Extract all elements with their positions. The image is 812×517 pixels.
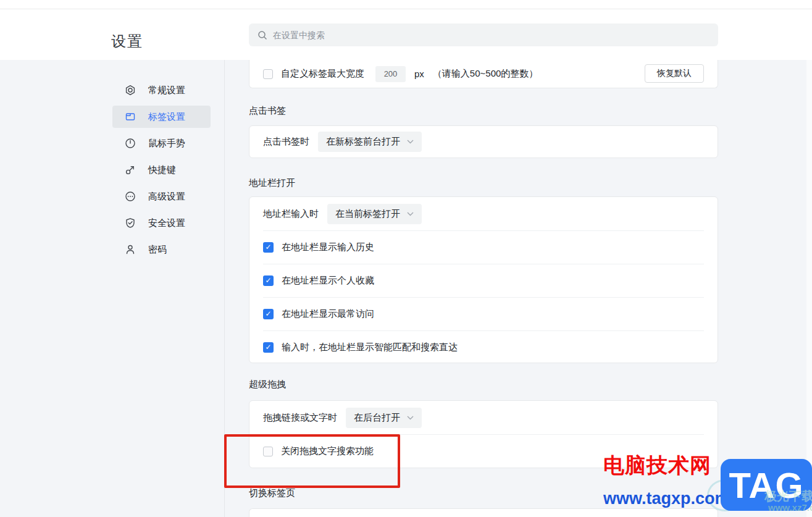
tab-width-label: 自定义标签最大宽度 [281,68,364,80]
sidebar-item-label: 快捷键 [148,164,176,176]
drag-link-label: 拖拽链接或文字时 [263,412,337,424]
dropdown-value: 在当前标签打开 [335,208,400,220]
sidebar-item-label: 密码 [148,244,167,256]
checkbox-label: 在地址栏显示个人收藏 [282,275,374,287]
sidebar-item-security[interactable]: 安全设置 [112,212,211,234]
sidebar-divider [224,60,225,517]
card-address-bar: 地址栏输入时 在当前标签打开 ✓ 在地址栏显示输入历史 ✓ 在地址栏显示个人收藏… [249,196,718,363]
tab-icon [125,111,136,122]
tab-width-checkbox[interactable] [263,69,273,79]
section-title-address-bar: 地址栏打开 [249,177,295,189]
click-bookmark-dropdown[interactable]: 在新标签前台打开 [318,132,422,152]
tab-width-unit: px [414,69,424,79]
sidebar-item-label: 安全设置 [148,217,185,229]
checkbox-label: 在地址栏显示输入历史 [282,242,374,253]
shield-check-icon [125,217,136,229]
sidebar-item-advanced[interactable]: 高级设置 [112,185,211,208]
sidebar-item-general[interactable]: 常规设置 [112,79,211,101]
section-title-switch-tab: 切换标签页 [249,487,295,499]
person-icon [125,244,136,255]
smart-match-checkbox[interactable]: ✓ [263,342,274,353]
card-tab-width: 自定义标签最大宽度 px （请输入50~500的整数） 恢复默认 [249,60,718,88]
dropdown-value: 在新标签前台打开 [326,136,400,148]
smart-match-row: ✓ 输入时，在地址栏显示智能匹配和搜索直达 [249,331,718,364]
card-click-bookmark: 点击书签时 在新标签前台打开 [249,125,718,158]
drag-link-dropdown[interactable]: 在后台打开 [346,408,422,428]
sidebar-item-mouse-gestures[interactable]: 鼠标手势 [112,132,211,154]
sidebar-item-shortcuts[interactable]: 快捷键 [112,159,211,181]
address-bar-input-label: 地址栏输入时 [263,208,319,220]
show-favorites-checkbox[interactable]: ✓ [263,275,274,286]
reset-default-button[interactable]: 恢复默认 [645,64,704,83]
card-switch-tab [249,508,718,517]
chevron-down-icon [407,140,414,144]
gear-icon [125,85,136,96]
sidebar-item-label: 常规设置 [148,85,185,96]
ellipsis-circle-icon [125,191,136,202]
checkbox-label: 关闭拖拽文字搜索功能 [281,445,374,457]
show-favorites-row: ✓ 在地址栏显示个人收藏 [249,264,718,297]
tab-width-input[interactable] [375,66,406,82]
mouse-icon [125,138,136,149]
section-title-click-bookmark: 点击书签 [249,105,286,117]
click-bookmark-label: 点击书签时 [263,136,309,148]
settings-sidebar: 常规设置 标签设置 鼠标手势 快捷键 [112,79,211,265]
tab-width-row: 自定义标签最大宽度 px （请输入50~500的整数） 恢复默认 [249,60,718,88]
sidebar-item-tabs[interactable]: 标签设置 [112,106,211,128]
page-title: 设置 [111,32,143,51]
search-input[interactable] [273,30,709,40]
drag-link-row: 拖拽链接或文字时 在后台打开 [249,401,718,434]
address-bar-dropdown[interactable]: 在当前标签打开 [327,204,422,224]
sidebar-item-label: 标签设置 [148,111,185,123]
show-most-visited-row: ✓ 在地址栏显示最常访问 [249,298,718,330]
search-icon [257,30,267,40]
sidebar-item-label: 高级设置 [148,191,185,203]
tab-width-hint: （请输入50~500的整数） [433,68,538,80]
sidebar-item-passwords[interactable]: 密码 [112,238,211,261]
scrollbar-track[interactable] [806,60,812,517]
watermark-site-name: 电脑技术网 [603,452,711,480]
show-input-history-checkbox[interactable]: ✓ [263,242,274,253]
shortcut-arrow-icon [125,164,136,175]
click-bookmark-row: 点击书签时 在新标签前台打开 [249,126,718,158]
address-bar-input-row: 地址栏输入时 在当前标签打开 [249,197,718,230]
header-divider [0,9,812,9]
checkbox-label: 输入时，在地址栏显示智能匹配和搜索直达 [282,342,458,353]
chevron-down-icon [407,212,414,216]
section-title-super-drag: 超级拖拽 [249,379,286,390]
sidebar-item-label: 鼠标手势 [148,138,185,149]
checkbox-label: 在地址栏显示最常访问 [282,308,374,320]
chevron-down-icon [407,416,414,420]
show-most-visited-checkbox[interactable]: ✓ [263,309,274,319]
settings-search[interactable] [249,23,718,46]
show-input-history-row: ✓ 在地址栏显示输入历史 [249,231,718,264]
disable-drag-search-checkbox[interactable] [263,447,273,456]
dropdown-value: 在后台打开 [354,412,400,424]
watermark-site-url: www.tagxp.com [603,489,730,508]
faint-watermark-url: www.xz7.com [768,502,812,513]
